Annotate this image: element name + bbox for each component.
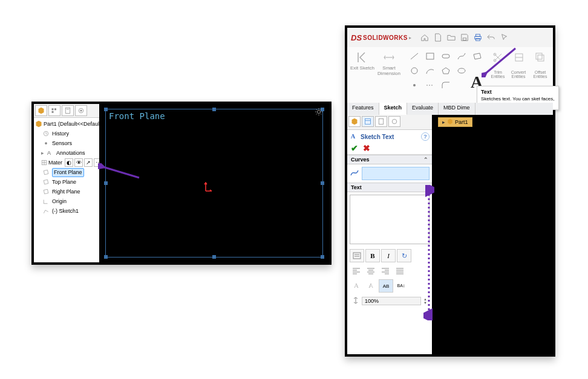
tree-node-sensors[interactable]: Sensors <box>35 138 99 148</box>
tree-node-part[interactable]: Part1 (Default<<Default> <box>35 119 99 129</box>
annotations-icon: A <box>45 148 55 158</box>
plane-tool-icon[interactable] <box>471 51 484 62</box>
exit-sketch-icon <box>350 50 375 65</box>
ctx-btn-eye[interactable]: 👁 <box>74 158 83 167</box>
ok-button[interactable]: ✔ <box>351 143 358 153</box>
align-left-button[interactable] <box>350 265 363 277</box>
centerline-tool-icon[interactable] <box>423 80 437 91</box>
home-icon[interactable] <box>420 33 430 42</box>
chevron-up-icon: ⌃ <box>423 157 428 163</box>
polygon-tool-icon[interactable] <box>439 65 452 76</box>
ctx-btn-more[interactable]: ⋯ <box>94 158 99 167</box>
ctx-btn-arrow[interactable]: ↗ <box>84 158 93 167</box>
svg-point-6 <box>80 110 82 112</box>
ctx-btn-hide[interactable]: ◐ <box>65 158 73 167</box>
circle-tool-icon[interactable] <box>408 65 421 76</box>
tree-node-sketch1[interactable]: (-) Sketch1 <box>35 206 99 216</box>
select-icon[interactable] <box>500 33 509 42</box>
tree-tab-feature[interactable] <box>35 105 47 116</box>
flip-horizontal-button[interactable]: A <box>364 279 377 291</box>
curves-section-header[interactable]: Curves ⌃ <box>347 155 432 164</box>
svg-point-35 <box>392 119 397 124</box>
tree-node-label: Front Plane <box>52 168 84 177</box>
slot-tool-icon[interactable] <box>439 51 452 62</box>
curves-selection-field[interactable] <box>362 167 430 180</box>
scale-spinner[interactable]: ▲▼ <box>423 297 427 305</box>
print-icon[interactable] <box>473 33 483 42</box>
text-section-header[interactable]: Text <box>347 183 432 192</box>
plane-selection-frame <box>105 109 323 258</box>
rotate-button[interactable]: ↻ <box>397 249 411 262</box>
pm-tab-display[interactable] <box>388 116 400 127</box>
width-mode-button[interactable]: AB <box>379 279 393 293</box>
tree-node-front-plane[interactable]: Front Plane <box>35 167 99 177</box>
smart-dimension-icon <box>376 50 402 65</box>
align-center-button[interactable] <box>364 265 377 277</box>
spline-tool-icon[interactable] <box>455 51 468 62</box>
undo-icon[interactable] <box>486 33 496 42</box>
viewport-settings-icon[interactable] <box>315 108 324 117</box>
tree-tab-appearance[interactable] <box>75 105 87 116</box>
graphics-viewport[interactable] <box>432 115 553 354</box>
tree-node-origin[interactable]: Origin <box>35 196 99 206</box>
style-button[interactable] <box>350 249 364 262</box>
convert-entities-button[interactable] <box>509 50 529 65</box>
exit-sketch-button[interactable]: Exit Sketch <box>350 50 375 71</box>
open-icon[interactable] <box>446 33 456 42</box>
svg-rect-0 <box>52 108 54 110</box>
fillet-tool-icon[interactable] <box>439 80 452 91</box>
point-tool-icon[interactable] <box>408 80 421 91</box>
tab-features[interactable]: Features <box>347 103 379 115</box>
save-icon[interactable] <box>460 33 469 42</box>
tree-node-label: Part1 (Default<<Default> <box>44 120 99 128</box>
rectangle-tool-icon[interactable] <box>423 51 437 62</box>
help-icon[interactable]: ? <box>421 132 430 141</box>
tree-tab-config[interactable] <box>48 105 60 116</box>
screenshot-sketch-text-tool: DS SOLIDWORKS ▸ Exit Sketch Smart Dimens… <box>345 25 555 357</box>
cancel-button[interactable]: ✖ <box>363 143 370 153</box>
smart-dimension-button[interactable]: Smart Dimension <box>376 50 402 76</box>
tab-mbd-dimensions[interactable]: MBD Dime <box>439 103 475 115</box>
svg-point-22 <box>411 68 417 74</box>
align-justify-button[interactable] <box>393 265 407 277</box>
tree-node-annotations[interactable]: ▸AAnnotations <box>35 148 99 158</box>
tree-node-history[interactable]: History <box>35 129 99 138</box>
tree-node-material[interactable]: Mater ◐ 👁 ↗ ⋯ <box>35 158 99 167</box>
flip-vertical-button[interactable]: A <box>350 279 363 291</box>
plane-icon <box>41 187 51 196</box>
solidworks-wordmark: SOLIDWORKS <box>363 34 408 41</box>
pm-tab-feature[interactable] <box>348 116 361 127</box>
svg-rect-21 <box>442 54 449 58</box>
italic-button[interactable]: I <box>381 249 396 262</box>
feature-tree: Part1 (Default<<Default> History Sensors… <box>34 118 99 216</box>
scale-icon <box>352 296 359 306</box>
offset-icon <box>531 50 549 65</box>
tree-node-right-plane[interactable]: Right Plane <box>35 187 99 196</box>
tab-evaluate[interactable]: Evaluate <box>407 103 439 115</box>
pm-tab-config[interactable] <box>375 116 387 127</box>
arc-tool-icon[interactable] <box>423 65 437 76</box>
part-tab-label: Part1 <box>455 119 468 125</box>
bold-button[interactable]: B <box>365 249 380 262</box>
align-right-button[interactable] <box>379 265 392 277</box>
tab-sketch[interactable]: Sketch <box>379 103 408 115</box>
ellipse-tool-icon[interactable] <box>455 65 468 76</box>
tree-tab-display[interactable] <box>62 105 74 116</box>
line-tool-icon[interactable] <box>408 51 421 62</box>
graphics-viewport[interactable]: Front Plane <box>99 104 329 262</box>
flyout-part-tab[interactable]: ▸ Part1 <box>438 117 472 127</box>
quick-access-toolbar <box>420 33 509 42</box>
svg-rect-1 <box>54 108 56 110</box>
new-doc-icon[interactable] <box>433 33 443 42</box>
property-manager: A Sketch Text ? ✔ ✖ Curves ⌃ Text B I ↻ <box>347 115 432 354</box>
trim-entities-button[interactable] <box>489 50 507 65</box>
curve-icon <box>350 168 359 179</box>
tree-node-top-plane[interactable]: Top Plane <box>35 177 99 187</box>
scale-field[interactable]: 100% <box>362 297 421 305</box>
pm-tab-property[interactable] <box>362 116 374 127</box>
svg-rect-17 <box>475 34 480 37</box>
offset-entities-button[interactable] <box>531 50 549 65</box>
svg-rect-37 <box>353 253 361 259</box>
width-alt-button[interactable]: BA↕ <box>394 279 408 291</box>
text-input[interactable] <box>350 195 430 244</box>
